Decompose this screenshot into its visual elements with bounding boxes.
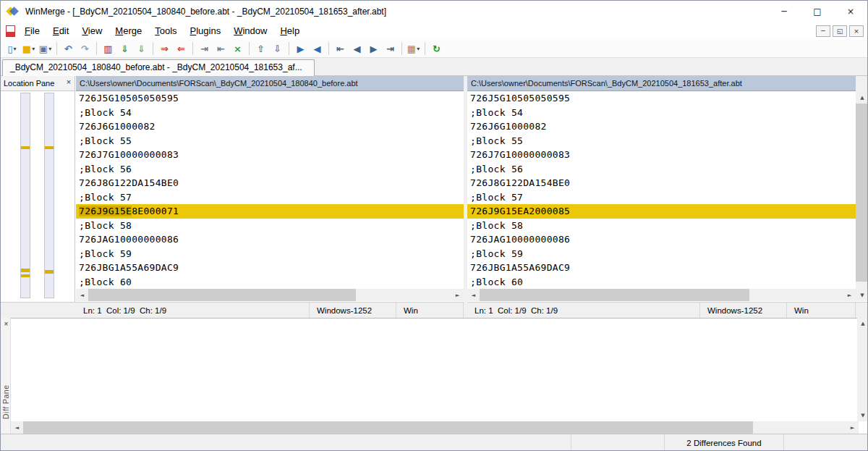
last-diff-button[interactable]: ⇥ (382, 41, 399, 56)
diff-mark[interactable] (45, 270, 54, 274)
diff-mark[interactable] (21, 269, 30, 272)
diff-pane-close-icon[interactable]: × (2, 320, 10, 329)
code-line[interactable]: 726J9G15EA2000085 (467, 204, 856, 219)
scroll-left-icon[interactable]: ◄ (76, 289, 88, 301)
right-file-strip[interactable] (44, 93, 54, 298)
scroll-down-icon[interactable]: ▼ (857, 410, 868, 421)
mdi-minimize-button[interactable]: ─ (816, 25, 830, 37)
code-line[interactable]: 726J7G10000000083 (76, 148, 464, 162)
diff-pane-vscrollbar[interactable]: ▲ ▼ (857, 318, 868, 421)
menu-plugins[interactable]: Plugins (184, 22, 228, 40)
first-diff-icon: ⇤ (336, 44, 344, 54)
diff-mark[interactable] (21, 146, 30, 149)
menu-edit[interactable]: Edit (46, 22, 75, 40)
code-line[interactable]: 726JAG10000000086 (76, 232, 464, 247)
code-line[interactable]: 726J9G15E8E000071 (76, 204, 464, 219)
menu-help[interactable]: Help (273, 22, 306, 40)
code-line[interactable]: ;Block 56 (76, 162, 464, 177)
code-line[interactable]: 726JBG1A55A69DAC9 (76, 261, 464, 275)
copy-all-left-icon: ⇓ (137, 44, 145, 54)
copy-all-right-button[interactable]: ⇓ (116, 41, 133, 56)
code-line[interactable]: 726J8G122DA154BE0 (76, 176, 464, 190)
open-button[interactable]: ■▾ (20, 41, 37, 56)
code-line[interactable]: ;Block 54 (467, 106, 856, 120)
diff-mark[interactable] (45, 146, 54, 149)
scroll-down-icon[interactable]: ▼ (856, 289, 868, 301)
menu-window[interactable]: Window (227, 22, 273, 40)
code-line[interactable]: 726J5G10505050595 (467, 91, 856, 106)
code-line[interactable]: ;Block 58 (76, 219, 464, 233)
code-line[interactable]: ;Block 56 (467, 162, 856, 177)
code-line[interactable]: ;Block 54 (76, 106, 464, 120)
close-button[interactable]: × (834, 1, 867, 22)
code-line[interactable]: 726JBG1A55A69DAC9 (467, 261, 856, 275)
hscroll-thumb[interactable] (23, 421, 753, 434)
code-line[interactable]: ;Block 55 (467, 134, 856, 148)
scroll-up-icon[interactable]: ▲ (857, 318, 868, 329)
copy-left-diff-button[interactable]: ◀ (309, 41, 326, 56)
scroll-left-icon[interactable]: ◄ (467, 289, 480, 301)
last-diff-icon: ⇥ (386, 44, 394, 54)
next-diff-nav-button[interactable]: ▶ (365, 41, 382, 56)
hscroll-thumb[interactable] (88, 289, 356, 301)
left-pane-hscrollbar[interactable]: ◄ ► (76, 289, 464, 301)
scroll-up-icon[interactable]: ▲ (856, 91, 868, 104)
prev-diff-button[interactable]: ⇧ (252, 41, 269, 56)
next-diff-button[interactable]: ⇩ (269, 41, 286, 56)
mdi-close-button[interactable]: × (849, 25, 864, 37)
rescan-button[interactable]: ▥ (100, 41, 116, 56)
copy-left-advance-button[interactable]: ⇤ (213, 41, 229, 56)
menu-tools[interactable]: Tools (148, 22, 183, 40)
hscroll-thumb[interactable] (480, 289, 749, 301)
undo-button[interactable]: ↶ (60, 41, 77, 56)
code-line[interactable]: ;Block 58 (467, 219, 856, 233)
code-line[interactable]: 726JAG10000000086 (467, 232, 856, 247)
code-line[interactable]: 726J6G1000082 (467, 119, 856, 134)
minimize-button[interactable]: ─ (767, 1, 801, 22)
maximize-button[interactable]: □ (801, 1, 834, 22)
mdi-restore-button[interactable]: ◱ (833, 25, 847, 37)
menu-merge[interactable]: Merge (109, 22, 148, 40)
code-line[interactable]: ;Block 55 (76, 134, 464, 148)
menu-file[interactable]: File (18, 22, 46, 40)
vertical-scrollbar[interactable]: ▲ ▼ (856, 91, 868, 301)
code-line[interactable]: 726J5G10505050595 (76, 91, 464, 106)
menu-view[interactable]: View (75, 22, 109, 40)
left-file-strip[interactable] (20, 93, 30, 298)
copy-all-left-button[interactable]: ⇓ (133, 41, 150, 56)
winmerge-logo-icon (7, 6, 18, 17)
prev-diff-nav-button[interactable]: ◀ (349, 41, 365, 56)
diff-pane-hscrollbar[interactable]: ◄ ► (11, 421, 859, 434)
code-line[interactable]: ;Block 60 (467, 275, 856, 290)
copy-right-diff-button[interactable]: ▶ (292, 41, 309, 56)
encoding-status: Windows-1252 (310, 303, 396, 318)
select-line-diff-button[interactable]: × (229, 41, 246, 56)
copy-left-button[interactable]: ⇐ (173, 41, 190, 56)
first-diff-button[interactable]: ⇤ (332, 41, 349, 56)
refresh-button[interactable]: ↻ (428, 41, 445, 56)
diff-mark[interactable] (21, 274, 30, 277)
location-pane-close-icon[interactable]: × (64, 77, 73, 87)
scroll-right-icon[interactable]: ► (846, 421, 859, 434)
code-line[interactable]: 726J8G122DA154BE0 (467, 176, 856, 190)
file-compare-tab[interactable]: _BdyCM_20210504_180840_before.abt - _Bdy… (2, 59, 315, 76)
copy-right-button[interactable]: ⇒ (156, 41, 173, 56)
scroll-left-icon[interactable]: ◄ (11, 421, 23, 434)
redo-button[interactable]: ↷ (77, 41, 93, 56)
save-button[interactable]: ▣▾ (37, 41, 54, 56)
copy-right-advance-button[interactable]: ⇥ (196, 41, 213, 56)
vscroll-thumb[interactable] (856, 104, 868, 282)
code-line[interactable]: ;Block 59 (467, 247, 856, 261)
filter-button[interactable]: ▦▾ (405, 41, 422, 56)
code-line[interactable]: 726J7G10000000083 (467, 148, 856, 162)
scroll-right-icon[interactable]: ► (451, 289, 464, 301)
code-line[interactable]: ;Block 57 (467, 190, 856, 205)
code-line[interactable]: ;Block 57 (76, 190, 464, 205)
scroll-right-icon[interactable]: ► (843, 289, 856, 301)
code-line[interactable]: 726J6G1000082 (76, 119, 464, 134)
copy-left-diff-icon: ◀ (314, 44, 321, 54)
code-line[interactable]: ;Block 59 (76, 247, 464, 261)
new-file-button[interactable]: ▯▾ (4, 41, 20, 56)
right-pane-hscrollbar[interactable]: ◄ ► (467, 289, 856, 301)
code-line[interactable]: ;Block 60 (76, 275, 464, 290)
